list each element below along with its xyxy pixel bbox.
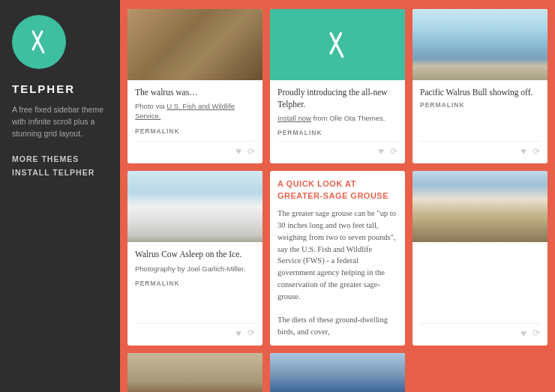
card-telpher-intro: Proudly introducing the all-new Telpher.… — [270, 9, 405, 163]
sidebar-nav: MORE THEMES INSTALL TELPHER — [12, 154, 94, 177]
card-permalink-1[interactable]: PERMALINK — [135, 127, 255, 135]
heart-icon-3[interactable]: ♥ — [520, 145, 526, 157]
card-permalink-3[interactable]: PERMALINK — [420, 101, 540, 109]
site-title: TELPHER — [12, 82, 75, 95]
retweet-icon-6[interactable]: ⟳ — [532, 328, 540, 339]
card-actions-3: ♥ ⟳ — [420, 141, 540, 157]
card-permalink-2[interactable]: PERMALINK — [278, 129, 398, 136]
card-walrus-pair: ♥ ⟳ — [412, 171, 548, 345]
sidebar-item-more-themes[interactable]: MORE THEMES — [12, 154, 94, 163]
sidebar-item-install[interactable]: INSTALL TELPHER — [12, 168, 94, 177]
retweet-icon-2[interactable]: ⟳ — [390, 146, 398, 157]
heart-icon[interactable]: ♥ — [236, 145, 242, 157]
card-actions-6: ♥ ⟳ — [420, 323, 540, 340]
card-title-2: Proudly introducing the all-new Telpher. — [278, 86, 398, 110]
card-title-3: Pacific Walrus Bull showing off. — [420, 86, 540, 98]
card-article-text: The greater sage grouse can be "up to 30… — [278, 208, 398, 337]
site-description: A free fixed sidebar theme with infinite… — [12, 104, 108, 139]
card-teal-header — [270, 9, 405, 80]
card-whale: FWS Humpback Whale Mexico. Photo by Stol… — [270, 353, 405, 392]
svg-line-2 — [331, 33, 343, 56]
card-actions-4: ♥ ⟳ — [135, 323, 255, 340]
card-body-1: The walrus was… Photo via U.S. Fish and … — [128, 80, 262, 163]
card-body-2: Proudly introducing the all-new Telpher.… — [270, 80, 405, 163]
card-sage-grouse: A QUICK LOOK AT GREATER-SAGE GROUSE The … — [270, 171, 405, 345]
card-title-1: The walrus was… — [135, 86, 255, 98]
card-walrus-1: The walrus was… Photo via U.S. Fish and … — [128, 9, 262, 163]
card-grid: The walrus was… Photo via U.S. Fish and … — [128, 9, 548, 392]
card-actions-2: ♥ ⟳ — [278, 141, 398, 157]
card-body-3: Pacific Walrus Bull showing off. PERMALI… — [412, 80, 548, 163]
svg-line-0 — [33, 31, 44, 52]
card-seal — [128, 353, 262, 392]
heart-icon-2[interactable]: ♥ — [378, 145, 384, 157]
card-title-4: Walrus Cow Asleep on the Ice. — [135, 248, 255, 260]
retweet-icon[interactable]: ⟳ — [248, 146, 255, 157]
card-actions-1: ♥ ⟳ — [135, 141, 255, 157]
retweet-icon-4[interactable]: ⟳ — [248, 328, 255, 339]
card-body-4: Walrus Cow Asleep on the Ice. Photograph… — [128, 242, 262, 345]
site-logo — [12, 15, 66, 69]
card-image-seal — [128, 353, 262, 392]
card-image-whale: FWS — [270, 353, 405, 392]
card-image-walrus-arctic — [128, 171, 262, 242]
heart-icon-4[interactable]: ♥ — [236, 328, 242, 340]
heart-icon-6[interactable]: ♥ — [520, 328, 526, 340]
main-content: The walrus was… Photo via U.S. Fish and … — [120, 0, 555, 392]
card-image-walrus-group — [128, 9, 262, 80]
card-walrus-cow: Walrus Cow Asleep on the Ice. Photograph… — [128, 171, 262, 345]
card-chopsticks-icon — [322, 30, 352, 60]
card-meta-1: Photo via U.S. Fish and Wildlife Service… — [135, 101, 255, 121]
card-permalink-4[interactable]: PERMALINK — [135, 280, 255, 287]
card-meta-4: Photography by Joel Garlich-Miller. — [135, 264, 255, 274]
chopsticks-icon — [26, 28, 52, 55]
card-image-walrus-pair — [412, 171, 548, 242]
card-meta-2: Install now from Olle Ota Themes. — [278, 113, 398, 123]
card-image-walrus-side — [412, 9, 548, 80]
card-body-6: ♥ ⟳ — [412, 242, 548, 345]
card-article-title: A QUICK LOOK AT GREATER-SAGE GROUSE — [278, 178, 398, 202]
retweet-icon-3[interactable]: ⟳ — [532, 146, 540, 157]
sidebar: TELPHER A free fixed sidebar theme with … — [0, 0, 120, 392]
card-pacific-walrus: Pacific Walrus Bull showing off. PERMALI… — [412, 9, 548, 163]
